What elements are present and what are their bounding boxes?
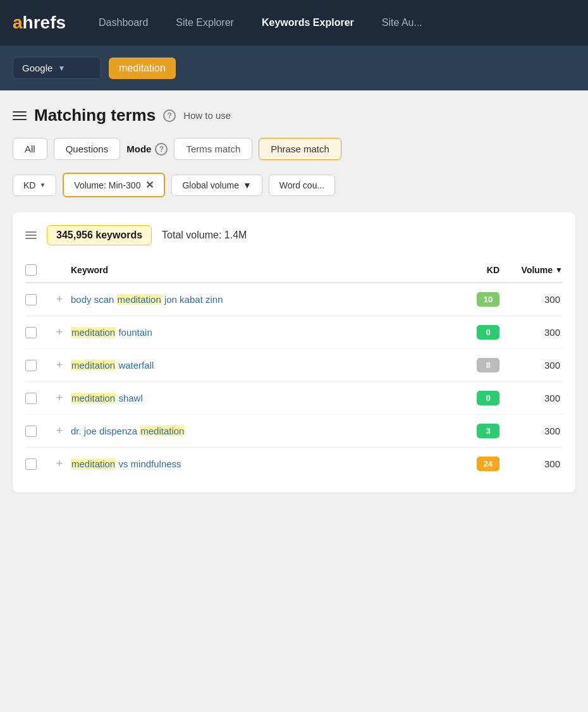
row-checkbox-cell[interactable]	[25, 360, 48, 371]
row-add-button[interactable]: +	[48, 424, 71, 438]
total-volume-text: Total volume: 1.4M	[162, 230, 247, 241]
row-add-button[interactable]: +	[48, 457, 71, 470]
row-checkbox-cell[interactable]	[25, 294, 48, 305]
volume-filter-button[interactable]: Volume: Min-300 ✕	[63, 173, 165, 197]
sidebar-toggle-icon[interactable]	[13, 111, 27, 120]
row-checkbox-cell[interactable]	[25, 426, 48, 437]
tab-phrase-match[interactable]: Phrase match	[259, 138, 341, 160]
kd-badge: 0	[477, 325, 499, 340]
volume-cell: 300	[499, 327, 563, 338]
kd-badge: 0	[477, 391, 499, 405]
volume-cell: 300	[499, 294, 563, 305]
global-volume-filter-button[interactable]: Global volume ▼	[171, 175, 262, 196]
row-add-button[interactable]: +	[48, 326, 71, 339]
kd-badge: 3	[477, 424, 499, 438]
keyword-cell: dr. joe dispenza meditation	[71, 424, 443, 438]
navbar: a hrefs Dashboard Site Explorer Keywords…	[0, 0, 588, 46]
row-add-button[interactable]: +	[48, 293, 71, 306]
row-add-button[interactable]: +	[48, 391, 71, 405]
search-keyword-badge[interactable]: meditation	[109, 58, 176, 79]
tabs-row: All Questions Mode ? Terms match Phrase …	[13, 138, 575, 160]
tab-questions[interactable]: Questions	[54, 138, 121, 160]
col-header-volume[interactable]: Volume ▼	[499, 265, 563, 275]
keyword-highlight: meditation	[71, 327, 116, 338]
keywords-count-badge: 345,956 keywords	[47, 225, 152, 245]
kd-cell: 0	[443, 391, 499, 405]
keyword-cell: meditation waterfall	[71, 359, 443, 372]
filters-row: KD ▼ Volume: Min-300 ✕ Global volume ▼ W…	[13, 173, 575, 197]
col-header-keyword: Keyword	[71, 265, 443, 275]
volume-cell: 300	[499, 426, 563, 436]
nav-link-keywords-explorer[interactable]: Keywords Explorer	[248, 0, 368, 46]
global-volume-chevron-icon: ▼	[243, 180, 252, 190]
keyword-link[interactable]: meditation fountain	[71, 327, 152, 338]
table-row: +meditation vs mindfulness24300	[25, 448, 563, 480]
row-checkbox[interactable]	[25, 393, 37, 404]
keyword-link[interactable]: dr. joe dispenza meditation	[71, 426, 185, 436]
main-content: Matching terms ? How to use All Question…	[0, 90, 588, 503]
results-menu-icon[interactable]	[25, 231, 37, 239]
keyword-cell: body scan meditation jon kabat zinn	[71, 293, 443, 306]
select-all-checkbox[interactable]	[25, 264, 48, 276]
kd-cell: 24	[443, 457, 499, 471]
results-summary: 345,956 keywords Total volume: 1.4M	[25, 225, 563, 245]
keyword-link[interactable]: meditation shawl	[71, 393, 143, 403]
table-row: +meditation shawl0300	[25, 382, 563, 415]
keyword-link[interactable]: meditation waterfall	[71, 360, 154, 371]
mode-help-icon[interactable]: ?	[155, 143, 168, 156]
row-checkbox[interactable]	[25, 294, 37, 305]
table-body: +body scan meditation jon kabat zinn1030…	[25, 283, 563, 480]
logo[interactable]: a hrefs	[13, 13, 66, 33]
logo-hrefs: hrefs	[23, 13, 66, 33]
kd-cell: 3	[443, 424, 499, 438]
search-engine-chevron-icon: ▼	[58, 64, 65, 73]
logo-a: a	[13, 13, 23, 33]
nav-links: Dashboard Site Explorer Keywords Explore…	[85, 0, 436, 46]
volume-filter-clear-icon[interactable]: ✕	[145, 179, 154, 191]
row-checkbox-cell[interactable]	[25, 393, 48, 404]
search-bar: Google ▼ meditation	[0, 46, 588, 90]
keyword-cell: meditation vs mindfulness	[71, 457, 443, 470]
page-title: Matching terms	[34, 106, 156, 125]
row-checkbox[interactable]	[25, 327, 37, 338]
keyword-highlight: meditation	[117, 294, 162, 305]
kd-badge: 24	[477, 457, 499, 471]
page-header: Matching terms ? How to use	[13, 106, 575, 125]
keyword-highlight: meditation	[71, 393, 116, 403]
nav-link-site-audit[interactable]: Site Au...	[368, 0, 436, 46]
kd-filter-button[interactable]: KD ▼	[13, 175, 56, 196]
kd-cell: 8	[443, 358, 499, 372]
kd-badge: 10	[477, 292, 499, 307]
search-engine-selector[interactable]: Google ▼	[13, 57, 101, 79]
keyword-highlight: meditation	[140, 426, 185, 436]
row-add-button[interactable]: +	[48, 359, 71, 372]
kd-filter-chevron-icon: ▼	[39, 181, 46, 188]
table-row: +body scan meditation jon kabat zinn1030…	[25, 283, 563, 316]
row-checkbox-cell[interactable]	[25, 458, 48, 470]
row-checkbox[interactable]	[25, 458, 37, 470]
word-count-filter-button[interactable]: Word cou...	[269, 175, 335, 196]
table-row: +meditation waterfall8300	[25, 349, 563, 382]
row-checkbox-cell[interactable]	[25, 327, 48, 338]
volume-cell: 300	[499, 360, 563, 371]
keyword-highlight: meditation	[71, 360, 116, 371]
results-section: 345,956 keywords Total volume: 1.4M Keyw…	[13, 212, 575, 493]
keyword-highlight: meditation	[71, 458, 116, 469]
keyword-link[interactable]: body scan meditation jon kabat zinn	[71, 294, 223, 305]
nav-link-dashboard[interactable]: Dashboard	[85, 0, 162, 46]
table-row: +meditation fountain0300	[25, 316, 563, 349]
tab-all[interactable]: All	[13, 138, 47, 160]
search-engine-label: Google	[22, 63, 52, 73]
table-row: +dr. joe dispenza meditation3300	[25, 415, 563, 448]
nav-link-site-explorer[interactable]: Site Explorer	[162, 0, 248, 46]
kd-cell: 10	[443, 292, 499, 307]
row-checkbox[interactable]	[25, 426, 37, 437]
how-to-use-link[interactable]: How to use	[183, 110, 231, 121]
table-header: Keyword KD Volume ▼	[25, 258, 563, 283]
keyword-link[interactable]: meditation vs mindfulness	[71, 458, 181, 469]
row-checkbox[interactable]	[25, 360, 37, 371]
mode-label: Mode ?	[126, 143, 168, 156]
page-help-icon[interactable]: ?	[163, 109, 176, 122]
tab-terms-match[interactable]: Terms match	[174, 138, 252, 160]
keyword-cell: meditation shawl	[71, 391, 443, 405]
